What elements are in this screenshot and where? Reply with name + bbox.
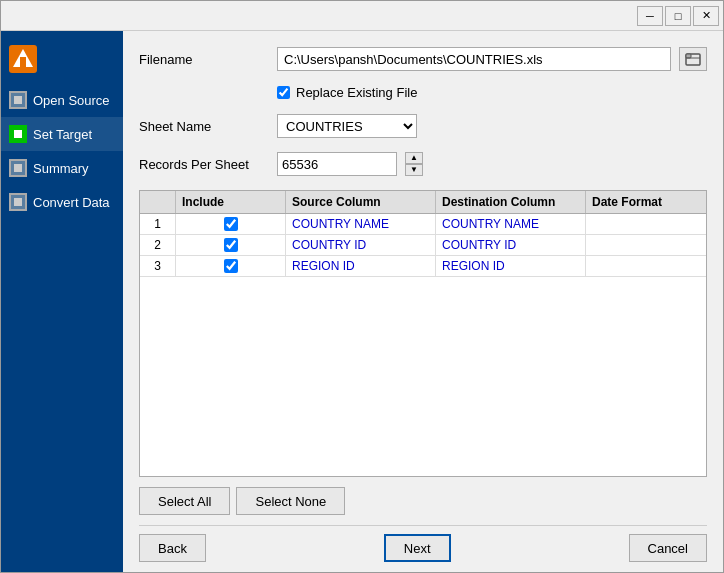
bottom-section: Select All Select None Back Next Cancel (139, 487, 707, 562)
columns-table: Include Source Column Destination Column… (139, 190, 707, 477)
filename-label: Filename (139, 52, 269, 67)
filename-input[interactable] (277, 47, 671, 71)
replace-checkbox[interactable] (277, 86, 290, 99)
svg-rect-4 (686, 54, 691, 58)
sidebar-label-open-source: Open Source (33, 93, 110, 108)
spinner-up[interactable]: ▲ (405, 152, 423, 164)
sidebar-item-summary[interactable]: Summary (1, 151, 123, 185)
header-source-column: Source Column (286, 191, 436, 213)
maximize-button[interactable]: □ (665, 6, 691, 26)
sheet-name-row: Sheet Name COUNTRIES (139, 114, 707, 138)
step-dot-convert-data (14, 198, 22, 206)
source-cell-3: REGION ID (286, 256, 436, 276)
sheet-name-label: Sheet Name (139, 119, 269, 134)
spinner-down[interactable]: ▼ (405, 164, 423, 176)
select-all-button[interactable]: Select All (139, 487, 230, 515)
step-indicator-open-source (9, 91, 27, 109)
destination-cell-3: REGION ID (436, 256, 586, 276)
records-spinner: ▲ ▼ (405, 152, 423, 176)
step-dot-set-target (14, 130, 22, 138)
step-dot-summary (14, 164, 22, 172)
date-format-cell-2 (586, 235, 706, 255)
table-row: 2 COUNTRY ID COUNTRY ID (140, 235, 706, 256)
include-checkbox-3[interactable] (224, 259, 238, 273)
title-bar: ─ □ ✕ (1, 1, 723, 31)
include-cell-2 (176, 235, 286, 255)
row-num-1: 1 (140, 214, 176, 234)
sheet-name-select[interactable]: COUNTRIES (277, 114, 417, 138)
row-num-3: 3 (140, 256, 176, 276)
select-none-button[interactable]: Select None (236, 487, 345, 515)
records-label: Records Per Sheet (139, 157, 269, 172)
filename-row: Filename (139, 47, 707, 71)
sidebar-item-convert-data[interactable]: Convert Data (1, 185, 123, 219)
step-indicator-convert-data (9, 193, 27, 211)
sidebar-label-summary: Summary (33, 161, 89, 176)
sidebar-label-convert-data: Convert Data (33, 195, 110, 210)
step-dot-open-source (14, 96, 22, 104)
sidebar-item-open-source[interactable]: Open Source (1, 83, 123, 117)
include-cell-3 (176, 256, 286, 276)
destination-cell-1: COUNTRY NAME (436, 214, 586, 234)
step-indicator-set-target (9, 125, 27, 143)
header-date-format: Date Format (586, 191, 706, 213)
replace-checkbox-row: Replace Existing File (277, 85, 707, 100)
destination-cell-2: COUNTRY ID (436, 235, 586, 255)
row-num-2: 2 (140, 235, 176, 255)
table-row: 1 COUNTRY NAME COUNTRY NAME (140, 214, 706, 235)
cancel-button[interactable]: Cancel (629, 534, 707, 562)
date-format-cell-3 (586, 256, 706, 276)
right-panel: Filename Replace Existing File Sheet Nam… (123, 31, 723, 572)
include-cell-1 (176, 214, 286, 234)
sidebar: Open Source Set Target Summary Convert D… (1, 31, 123, 572)
table-row: 3 REGION ID REGION ID (140, 256, 706, 277)
main-window: ─ □ ✕ Open Source (0, 0, 724, 573)
records-input[interactable] (277, 152, 397, 176)
next-button[interactable]: Next (384, 534, 451, 562)
date-format-cell-1 (586, 214, 706, 234)
include-checkbox-1[interactable] (224, 217, 238, 231)
main-content: Open Source Set Target Summary Convert D… (1, 31, 723, 572)
title-bar-buttons: ─ □ ✕ (637, 6, 719, 26)
close-button[interactable]: ✕ (693, 6, 719, 26)
browse-icon (685, 51, 701, 67)
svg-rect-2 (20, 57, 26, 67)
sidebar-item-set-target[interactable]: Set Target (1, 117, 123, 151)
app-icon (9, 45, 37, 73)
header-include: Include (176, 191, 286, 213)
header-destination-column: Destination Column (436, 191, 586, 213)
source-cell-1: COUNTRY NAME (286, 214, 436, 234)
sidebar-label-set-target: Set Target (33, 127, 92, 142)
records-per-sheet-row: Records Per Sheet ▲ ▼ (139, 152, 707, 176)
browse-button[interactable] (679, 47, 707, 71)
include-checkbox-2[interactable] (224, 238, 238, 252)
table-header: Include Source Column Destination Column… (140, 191, 706, 214)
minimize-button[interactable]: ─ (637, 6, 663, 26)
header-row-num (140, 191, 176, 213)
source-cell-2: COUNTRY ID (286, 235, 436, 255)
step-indicator-summary (9, 159, 27, 177)
back-button[interactable]: Back (139, 534, 206, 562)
replace-label: Replace Existing File (296, 85, 417, 100)
